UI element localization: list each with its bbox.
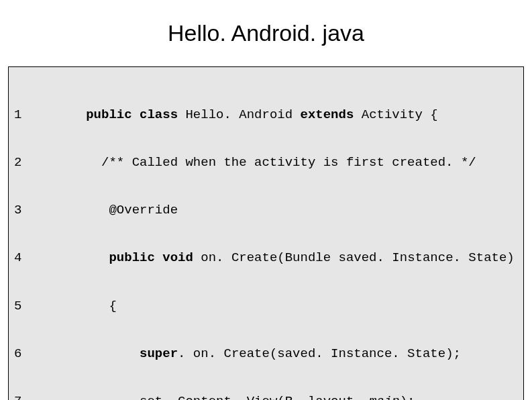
code-text	[86, 250, 109, 265]
page-title: Hello. Android. java	[0, 20, 532, 46]
code-line: {	[86, 299, 515, 315]
code-line: public void on. Create(Bundle saved. Ins…	[86, 250, 515, 266]
keyword: public	[109, 250, 154, 265]
line-number-gutter: 1 2 3 4 5 6 7 8 9	[9, 67, 81, 400]
code-line: super. on. Create(saved. Instance. State…	[86, 346, 515, 362]
code-table: 1 2 3 4 5 6 7 8 9 public class Hello. An…	[9, 67, 520, 400]
keyword: extends	[301, 107, 354, 122]
code-text: Activity {	[354, 107, 437, 122]
code-text: Hello. Android	[178, 107, 300, 122]
code-content: public class Hello. Android extends Acti…	[81, 67, 520, 400]
code-line: public class Hello. Android extends Acti…	[86, 107, 515, 123]
keyword: void	[162, 250, 193, 265]
line-number: 5	[14, 299, 75, 315]
line-number: 2	[14, 155, 75, 171]
keyword: super	[140, 346, 178, 361]
keyword: public	[86, 107, 131, 122]
line-number: 3	[14, 203, 75, 219]
code-text: . on. Create(saved. Instance. State);	[178, 346, 461, 361]
code-line: @Override	[86, 203, 515, 219]
code-text	[86, 394, 140, 400]
code-line: /** Called when the activity is first cr…	[86, 155, 515, 171]
line-number: 6	[14, 346, 75, 362]
line-number: 1	[14, 107, 75, 123]
line-number: 7	[14, 394, 75, 400]
code-text: set. Content. View(R. layout.	[140, 394, 369, 400]
code-text: on. Create(Bundle saved. Instance. State…	[193, 250, 515, 265]
code-block: 1 2 3 4 5 6 7 8 9 public class Hello. An…	[8, 66, 524, 400]
keyword: class	[140, 107, 178, 122]
code-line: set. Content. View(R. layout. main);	[86, 394, 515, 400]
italic-text: main	[369, 394, 400, 400]
code-text: );	[400, 394, 415, 400]
line-number: 4	[14, 250, 75, 266]
code-text	[86, 346, 140, 361]
